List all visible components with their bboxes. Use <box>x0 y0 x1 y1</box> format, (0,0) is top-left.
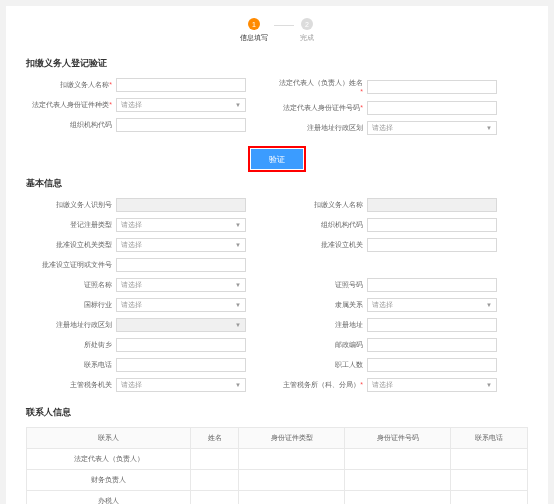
section-title-contact: 联系人信息 <box>26 406 528 419</box>
label-postcode: 邮政编码 <box>277 340 367 350</box>
input-idno[interactable] <box>116 198 246 212</box>
step-1-dot: 1 <box>248 18 260 30</box>
label-name: 扣缴义务人名称* <box>26 80 116 90</box>
input-orgcode[interactable] <box>116 118 246 132</box>
label-orgcode2: 组织机构代码 <box>277 220 367 230</box>
select-regtype[interactable]: 请选择▼ <box>116 218 246 232</box>
chevron-down-icon: ▼ <box>486 302 492 308</box>
label-industry: 国标行业 <box>26 300 116 310</box>
step-connector <box>274 25 294 26</box>
label-taxorg: 主管税务机关 <box>26 380 116 390</box>
input-certno[interactable] <box>367 278 497 292</box>
section-title-verify: 扣缴义务人登记验证 <box>26 57 528 70</box>
label-idno: 扣缴义务人识别号 <box>26 200 116 210</box>
chevron-down-icon: ▼ <box>235 242 241 248</box>
step-indicator: 1信息填写 2完成 <box>26 18 528 43</box>
input-esorg[interactable] <box>367 238 497 252</box>
chevron-down-icon: ▼ <box>235 102 241 108</box>
select-taxorg[interactable]: 请选择▼ <box>116 378 246 392</box>
label-phone: 联系电话 <box>26 360 116 370</box>
label-name2: 扣缴义务人名称 <box>277 200 367 210</box>
label-taxsub: 主管税务所（科、分局）* <box>277 380 367 390</box>
input-idnum[interactable] <box>367 101 497 115</box>
chevron-down-icon: ▼ <box>235 322 241 328</box>
input-name[interactable] <box>116 78 246 92</box>
select-regarea[interactable]: ▼ <box>116 318 246 332</box>
step-2-dot: 2 <box>301 18 313 30</box>
input-postcode[interactable] <box>367 338 497 352</box>
label-legal: 法定代表人（负责人）姓名* <box>277 78 367 95</box>
input-empcnt[interactable] <box>367 358 497 372</box>
step-2-label: 完成 <box>300 33 314 43</box>
label-idtype: 法定代表人身份证件种类* <box>26 100 116 110</box>
label-esfile: 批准设立证明或文件号 <box>26 260 116 270</box>
label-orgcode: 组织机构代码 <box>26 120 116 130</box>
table-row[interactable]: 法定代表人（负责人） <box>27 449 528 470</box>
chevron-down-icon: ▼ <box>235 302 241 308</box>
step-1-label: 信息填写 <box>240 33 268 43</box>
label-regtype: 登记注册类型 <box>26 220 116 230</box>
input-orgcode2[interactable] <box>367 218 497 232</box>
select-industry[interactable]: 请选择▼ <box>116 298 246 312</box>
input-esfile[interactable] <box>116 258 246 272</box>
select-certname[interactable]: 请选择▼ <box>116 278 246 292</box>
label-esorg: 批准设立机关 <box>277 240 367 250</box>
label-certname: 证照名称 <box>26 280 116 290</box>
input-phone[interactable] <box>116 358 246 372</box>
label-area: 注册地址行政区划 <box>277 123 367 133</box>
select-area[interactable]: 请选择▼ <box>367 121 497 135</box>
label-street: 所处街乡 <box>26 340 116 350</box>
chevron-down-icon: ▼ <box>486 125 492 131</box>
input-street[interactable] <box>116 338 246 352</box>
contact-table: 联系人姓名身份证件类型身份证件号码联系电话 法定代表人（负责人） 财务负责人 办… <box>26 427 528 504</box>
input-legal[interactable] <box>367 80 497 94</box>
label-regaddr: 注册地址 <box>277 320 367 330</box>
select-taxsub[interactable]: 请选择▼ <box>367 378 497 392</box>
label-affil: 隶属关系 <box>277 300 367 310</box>
input-regaddr[interactable] <box>367 318 497 332</box>
label-idnum: 法定代表人身份证件号码* <box>277 103 367 113</box>
select-affil[interactable]: 请选择▼ <box>367 298 497 312</box>
table-row[interactable]: 办税人 <box>27 491 528 505</box>
verify-button[interactable]: 验证 <box>251 149 303 169</box>
select-idtype[interactable]: 请选择▼ <box>116 98 246 112</box>
select-estype[interactable]: 请选择▼ <box>116 238 246 252</box>
chevron-down-icon: ▼ <box>486 382 492 388</box>
input-name2[interactable] <box>367 198 497 212</box>
label-regarea: 注册地址行政区划 <box>26 320 116 330</box>
section-title-basic: 基本信息 <box>26 177 528 190</box>
label-empcnt: 职工人数 <box>277 360 367 370</box>
chevron-down-icon: ▼ <box>235 282 241 288</box>
label-certno: 证照号码 <box>277 280 367 290</box>
chevron-down-icon: ▼ <box>235 382 241 388</box>
table-row[interactable]: 财务负责人 <box>27 470 528 491</box>
table-header: 联系人姓名身份证件类型身份证件号码联系电话 <box>27 428 528 449</box>
chevron-down-icon: ▼ <box>235 222 241 228</box>
label-estype: 批准设立机关类型 <box>26 240 116 250</box>
